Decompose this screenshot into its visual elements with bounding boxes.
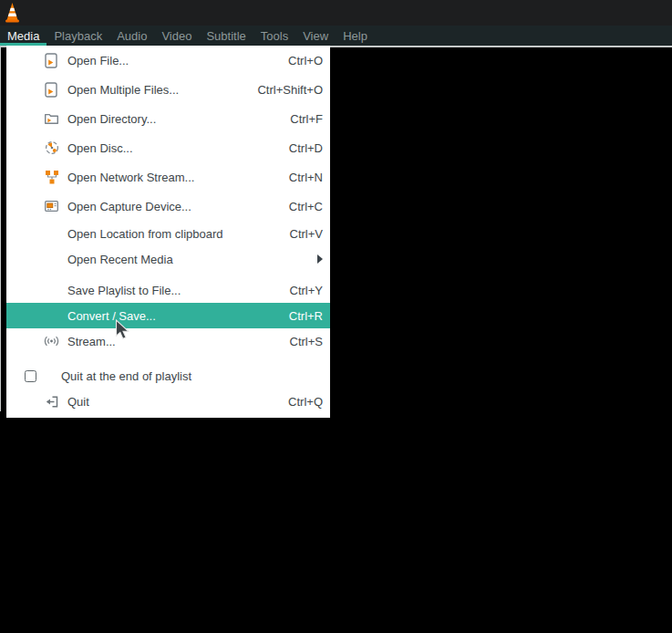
video-area-left-border: [0, 47, 1, 411]
menu-item-shortcut: Ctrl+C: [289, 200, 323, 213]
menubar-item-media[interactable]: Media: [0, 26, 47, 46]
menu-item-shortcut: Ctrl+N: [289, 171, 323, 184]
empty-icon-slot: [44, 252, 59, 267]
menu-separator: [6, 354, 330, 363]
menu-item-shortcut: Ctrl+D: [289, 141, 323, 155]
menubar-label: Subtitle: [206, 29, 245, 43]
menubar-item-playback[interactable]: Playback: [47, 26, 109, 46]
menubar-label: Playback: [54, 29, 102, 43]
quit-at-end-checkbox[interactable]: [25, 370, 36, 382]
menubar-item-audio[interactable]: Audio: [109, 26, 154, 46]
empty-icon-slot: [44, 308, 59, 324]
menu-item-label: Open Network Stream...: [67, 171, 194, 184]
file-play-icon: [44, 82, 59, 98]
menubar-label: Video: [161, 29, 191, 43]
broadcast-icon: [44, 334, 59, 349]
menu-item-label: Open Directory...: [67, 112, 156, 126]
capture-device-icon: [44, 199, 59, 214]
menu-item-convert-save[interactable]: Convert / Save... Ctrl+R: [6, 303, 330, 328]
menu-item-shortcut: Ctrl+S: [290, 335, 323, 348]
network-icon: [44, 170, 59, 185]
menu-item-quit[interactable]: Quit Ctrl+Q: [6, 389, 330, 414]
folder-play-icon: [44, 111, 59, 127]
menu-item-label: Quit: [67, 395, 89, 409]
menu-item-open-recent-media[interactable]: Open Recent Media: [6, 246, 330, 272]
quit-icon: [44, 394, 59, 410]
menu-item-label: Save Playlist to File...: [67, 284, 181, 297]
menubar-item-tools[interactable]: Tools: [253, 26, 295, 46]
media-dropdown-menu: Open File... Ctrl+O Open Multiple Files.…: [6, 46, 330, 418]
menu-item-open-directory[interactable]: Open Directory... Ctrl+F: [6, 104, 330, 133]
menu-item-shortcut: Ctrl+F: [290, 112, 323, 126]
submenu-arrow-icon: [317, 254, 323, 264]
menubar-label: Audio: [117, 29, 147, 43]
menubar-label: Tools: [261, 29, 288, 43]
menubar-item-view[interactable]: View: [295, 26, 336, 46]
menu-item-label: Open Multiple Files...: [67, 83, 179, 97]
menu-item-open-capture-device[interactable]: Open Capture Device... Ctrl+C: [6, 192, 330, 221]
menu-item-quit-at-end-of-playlist[interactable]: Quit at the end of playlist: [6, 363, 330, 389]
menu-item-label: Open File...: [67, 54, 129, 67]
menubar-label: Help: [343, 29, 367, 43]
empty-icon-slot: [44, 226, 59, 242]
menu-item-stream[interactable]: Stream... Ctrl+S: [6, 328, 330, 354]
file-play-icon: [44, 53, 59, 68]
menu-item-label: Open Capture Device...: [67, 200, 191, 213]
title-bar: [0, 0, 672, 26]
menubar-item-help[interactable]: Help: [336, 26, 375, 46]
empty-icon-slot: [44, 283, 59, 298]
disc-icon: [44, 140, 59, 156]
menu-item-shortcut: Ctrl+R: [289, 309, 323, 323]
menu-item-label: Convert / Save...: [67, 309, 156, 323]
menu-item-open-multiple-files[interactable]: Open Multiple Files... Ctrl+Shift+O: [6, 75, 330, 104]
menu-item-save-playlist[interactable]: Save Playlist to File... Ctrl+Y: [6, 277, 330, 303]
menu-bar: Media Playback Audio Video Subtitle Tool…: [0, 26, 672, 46]
menubar-label: Media: [7, 29, 39, 43]
menubar-label: View: [303, 29, 328, 43]
menu-item-shortcut: Ctrl+Q: [288, 395, 323, 409]
menubar-item-subtitle[interactable]: Subtitle: [199, 26, 253, 46]
menubar-item-video[interactable]: Video: [154, 26, 199, 46]
menu-item-shortcut: Ctrl+Shift+O: [257, 83, 323, 97]
menu-item-open-file[interactable]: Open File... Ctrl+O: [6, 46, 330, 75]
menu-item-open-network-stream[interactable]: Open Network Stream... Ctrl+N: [6, 162, 330, 192]
vlc-cone-icon: [5, 3, 20, 23]
menu-item-label: Open Location from clipboard: [67, 227, 223, 241]
menu-item-label: Open Recent Media: [67, 253, 173, 266]
menu-item-shortcut: Ctrl+O: [288, 54, 323, 67]
menu-item-open-disc[interactable]: Open Disc... Ctrl+D: [6, 133, 330, 162]
menu-item-shortcut: Ctrl+Y: [290, 284, 323, 297]
menu-item-label: Stream...: [67, 335, 116, 348]
menu-item-label: Quit at the end of playlist: [61, 369, 191, 383]
menu-item-open-location-clipboard[interactable]: Open Location from clipboard Ctrl+V: [6, 221, 330, 246]
menu-item-label: Open Disc...: [67, 141, 133, 155]
menu-item-shortcut: Ctrl+V: [290, 227, 323, 241]
